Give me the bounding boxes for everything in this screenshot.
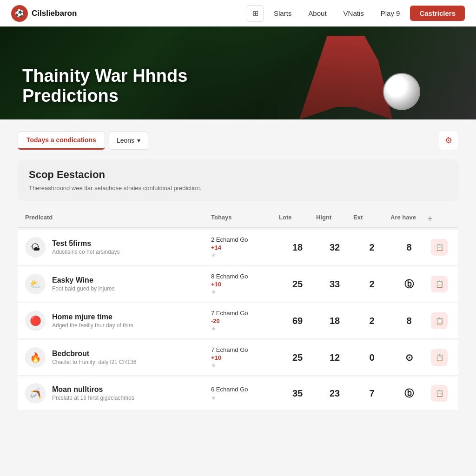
leagues-dropdown[interactable]: Leons ▾ — [109, 131, 148, 150]
cta-button[interactable]: Castriclers — [410, 6, 465, 21]
row-action-button[interactable]: 📋 — [431, 349, 448, 366]
col-action: + — [428, 214, 451, 224]
predictions-list: 🌤 Test 5firms Adustisins co het arsinday… — [18, 230, 458, 410]
hignt-value: 12 — [316, 352, 353, 363]
odds-cell: 7 Echamd Go -20 ★ — [211, 310, 279, 332]
nav-link-play9[interactable]: Play 9 — [374, 6, 407, 21]
odds-star-icon[interactable]: ★ — [211, 289, 279, 295]
team-cell: 🔴 Home mjure time Adged the feailly thur… — [25, 311, 211, 331]
team-name: Home mjure time — [52, 313, 133, 321]
col-ext: Ext — [353, 214, 390, 224]
main-content: Todays a condications Leons ▾ ⚙ Scop Ees… — [10, 119, 466, 423]
settings-icon: ⚙ — [445, 135, 452, 145]
table-row: 🪃 Moan nulltiros Preslate at 16 hirst gi… — [18, 377, 458, 410]
col-tohays: Tohays — [211, 214, 279, 224]
table-row: 🔥 Bedcbrout Chaclet to Funiity: daly l21… — [18, 340, 458, 376]
are-have-value: 8 — [390, 316, 428, 326]
calendar-icon: 📋 — [436, 244, 443, 251]
settings-button[interactable]: ⚙ — [439, 131, 458, 150]
brand-icon: ⚽ — [11, 5, 28, 22]
team-name: Bedcbrout — [52, 350, 136, 358]
calendar-icon: 📋 — [436, 317, 443, 324]
team-sub: Foot bald gued by injures — [52, 285, 115, 292]
brand: ⚽ Cilsliebaron — [11, 5, 77, 22]
odds-main: 8 Echamd Go — [211, 273, 279, 280]
action-cell: 📋 — [428, 349, 451, 366]
team-cell: 🪃 Moan nulltiros Preslate at 16 hirst gi… — [25, 383, 211, 403]
lote-value: 25 — [279, 279, 316, 290]
team-icon: 🔴 — [25, 311, 46, 331]
row-action-button[interactable]: 📋 — [431, 276, 448, 292]
action-cell: 📋 — [428, 385, 451, 402]
odds-star-icon[interactable]: ★ — [211, 362, 279, 369]
grid-icon-button[interactable]: ⊞ — [247, 5, 264, 22]
action-cell: 📋 — [428, 239, 451, 256]
table-header: Predicatd Tohays Lote Hignt Ext Are have… — [18, 210, 458, 228]
calendar-icon: 📋 — [436, 280, 443, 288]
section-description: Thereashround wee tlar setachose strales… — [29, 185, 447, 192]
are-have-value: ⓑ — [390, 278, 428, 291]
action-cell: 📋 — [428, 276, 451, 292]
odds-cell: 2 Echamd Go +14 ★ — [211, 236, 279, 258]
row-action-button[interactable]: 📋 — [431, 385, 448, 402]
grid-icon: ⊞ — [252, 9, 258, 18]
section-card: Scop Eestacion Thereashround wee tlar se… — [18, 159, 458, 201]
odds-main: 7 Echamd Go — [211, 346, 279, 353]
nav-link-slarts[interactable]: Slarts — [267, 6, 298, 21]
odds-cell: 8 Echamd Go +10 ★ — [211, 273, 279, 295]
table-row: 🔴 Home mjure time Adged the feailly thur… — [18, 303, 458, 339]
lote-value: 35 — [279, 388, 316, 399]
odds-star-icon[interactable]: ★ — [211, 395, 279, 401]
team-sub: Chaclet to Funiity: daly l21 CR136 — [52, 359, 136, 365]
team-name: Moan nulltiros — [52, 385, 134, 394]
team-icon: 🌤 — [25, 237, 46, 258]
odds-main: 7 Echamd Go — [211, 310, 279, 317]
odds-change: -20 — [211, 317, 279, 324]
brand-name: Cilsliebaron — [32, 9, 77, 18]
team-cell: ⛅ Easky Wine Foot bald gued by injures — [25, 274, 211, 294]
hignt-value: 32 — [316, 242, 353, 253]
odds-star-icon[interactable]: ★ — [211, 252, 279, 258]
team-sub: Adustisins co het arsindays — [52, 249, 119, 255]
row-action-button[interactable]: 📋 — [431, 312, 448, 329]
team-info: Easky Wine Foot bald gued by injures — [52, 276, 115, 292]
are-have-value: ⊙ — [390, 352, 428, 363]
lote-value: 18 — [279, 242, 316, 253]
ext-value: 7 — [353, 388, 390, 399]
team-name: Easky Wine — [52, 276, 115, 284]
odds-cell: 6 Echamd Go ★ — [211, 386, 279, 401]
navbar-links: ⊞ Slarts About VNatis Play 9 Castriclers — [247, 5, 465, 22]
calendar-icon: 📋 — [436, 390, 443, 397]
team-sub: Preslate at 16 hirst gigeclachmes — [52, 395, 134, 401]
odds-cell: 7 Echamd Go +10 ★ — [211, 346, 279, 369]
chevron-down-icon: ▾ — [137, 137, 140, 144]
are-have-value: 8 — [390, 242, 428, 253]
calendar-icon: 📋 — [436, 354, 443, 361]
odds-star-icon[interactable]: ★ — [211, 325, 279, 332]
odds-change: +10 — [211, 281, 279, 288]
ext-value: 2 — [353, 242, 390, 253]
team-info: Bedcbrout Chaclet to Funiity: daly l21 C… — [52, 350, 136, 365]
tab-todays[interactable]: Todays a condications — [18, 131, 105, 150]
ext-value: 2 — [353, 316, 390, 326]
row-action-button[interactable]: 📋 — [431, 239, 448, 256]
ext-value: 2 — [353, 279, 390, 290]
col-predicatd: Predicatd — [25, 214, 211, 224]
table-row: ⛅ Easky Wine Foot bald gued by injures 8… — [18, 266, 458, 302]
team-info: Home mjure time Adged the feailly thur d… — [52, 313, 133, 329]
nav-link-about[interactable]: About — [302, 6, 333, 21]
hignt-value: 33 — [316, 279, 353, 290]
odds-change: +14 — [211, 244, 279, 251]
hignt-value: 23 — [316, 388, 353, 399]
team-sub: Adged the feailly thur day of thirs — [52, 322, 133, 329]
team-icon: 🪃 — [25, 383, 46, 403]
team-cell: 🔥 Bedcbrout Chaclet to Funiity: daly l21… — [25, 347, 211, 368]
hero-ball-graphic — [383, 73, 420, 110]
team-cell: 🌤 Test 5firms Adustisins co het arsinday… — [25, 237, 211, 258]
add-column-icon[interactable]: + — [428, 214, 433, 223]
table-row: 🌤 Test 5firms Adustisins co het arsinday… — [18, 230, 458, 265]
section-title: Scop Eestacion — [29, 169, 447, 181]
col-hignt: Hignt — [316, 214, 353, 224]
nav-link-vnatis[interactable]: VNatis — [337, 6, 370, 21]
lote-value: 25 — [279, 352, 316, 363]
